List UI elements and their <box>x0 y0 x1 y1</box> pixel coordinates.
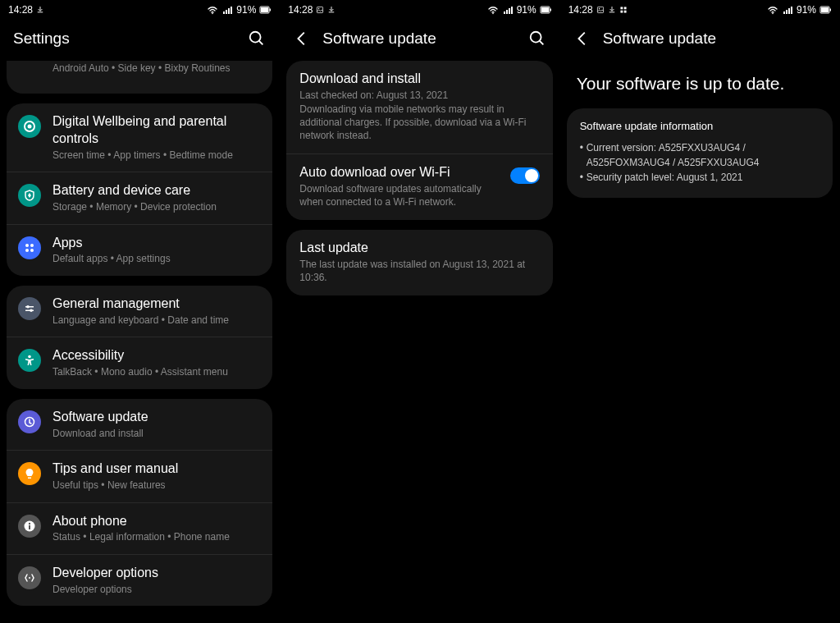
svg-rect-35 <box>623 11 626 13</box>
svg-rect-32 <box>620 7 623 9</box>
item-title: About phone <box>52 513 261 530</box>
image-indicator-icon <box>316 6 324 14</box>
download-install-item[interactable]: Download and install Last checked on: Au… <box>286 61 552 154</box>
list-item[interactable]: AccessibilityTalkBack • Mono audio • Ass… <box>7 337 272 388</box>
screen-update-status: 14:28 91% Software update Your software … <box>560 0 840 623</box>
battery-icon <box>259 4 271 16</box>
item-sub: Last checked on: August 13, 2021 <box>299 89 539 103</box>
update-icon <box>18 410 41 433</box>
update-info-card: Software update information Current vers… <box>567 108 833 198</box>
item-sub: Language and keyboard • Date and time <box>52 314 261 328</box>
list-item[interactable]: Digital Wellbeing and parental controlsS… <box>7 103 272 172</box>
status-bar: 14:28 91% <box>280 0 559 20</box>
item-sub: The last update was installed on August … <box>299 259 539 284</box>
auto-download-item[interactable]: Auto download over Wi-Fi Download softwa… <box>286 154 552 220</box>
svg-rect-33 <box>623 7 626 9</box>
search-icon[interactable] <box>528 30 546 48</box>
wifi-icon <box>487 4 499 16</box>
svg-line-25 <box>259 41 263 45</box>
item-title: Software update <box>52 409 261 426</box>
item-sub: Useful tips • New features <box>52 479 261 492</box>
svg-point-28 <box>530 32 541 43</box>
download-indicator-icon <box>608 6 616 14</box>
item-title: Download and install <box>299 71 539 88</box>
svg-point-31 <box>599 8 600 9</box>
dev-icon <box>18 566 41 589</box>
status-time: 14:28 <box>568 4 593 16</box>
settings-header: Settings <box>0 20 279 61</box>
list-item[interactable]: About phoneStatus • Legal information • … <box>7 503 272 555</box>
item-sub: Storage • Memory • Device protection <box>52 201 261 214</box>
back-icon[interactable] <box>293 30 311 48</box>
battery-pct: 91% <box>236 4 256 16</box>
apps-indicator-icon <box>619 6 628 14</box>
search-icon[interactable] <box>248 30 266 48</box>
signal-icon <box>221 4 233 16</box>
settings-group-3: Software updateDownload and installTips … <box>7 399 272 607</box>
status-time: 14:28 <box>288 4 313 16</box>
item-title: Accessibility <box>52 347 261 364</box>
signal-icon <box>782 4 793 16</box>
current-version-line: Current version: A525FXXU3AUG4 / A525FOX… <box>580 140 819 170</box>
list-item[interactable]: General managementLanguage and keyboard … <box>7 286 272 337</box>
item-sub: Status • Legal information • Phone name <box>52 531 261 544</box>
page-title: Software update <box>322 30 516 48</box>
svg-point-24 <box>250 32 261 43</box>
item-title: Last update <box>299 240 539 257</box>
item-sub: TalkBack • Mono audio • Assistant menu <box>52 366 261 379</box>
update-hero: Your software is up to date. <box>560 61 839 108</box>
update-header: Software update <box>560 20 839 61</box>
settings-group-1: Digital Wellbeing and parental controlsS… <box>7 103 272 276</box>
signal-icon <box>502 4 514 16</box>
wellbeing-icon <box>18 115 41 138</box>
item-title: General management <box>52 295 261 313</box>
item-sub: Download software updates automatically … <box>299 183 501 208</box>
tips-icon <box>18 462 41 485</box>
status-bar: 14:28 91% <box>560 0 839 20</box>
item-title: Digital Wellbeing and parental controls <box>52 113 261 148</box>
battery-pct: 91% <box>797 4 816 16</box>
auto-download-toggle[interactable] <box>510 167 540 184</box>
battery-icon <box>540 4 551 16</box>
apps-icon <box>18 236 41 259</box>
screen-software-update: 14:28 91% Software update Download and i… <box>280 0 559 623</box>
svg-rect-34 <box>620 11 623 13</box>
list-item[interactable]: Developer optionsDeveloper options <box>7 555 272 606</box>
download-indicator-icon <box>327 6 336 14</box>
info-card-title: Software update information <box>580 120 819 132</box>
item-title: Battery and device care <box>52 182 261 199</box>
status-time: 14:28 <box>8 4 33 16</box>
item-title: Auto download over Wi-Fi <box>299 164 501 181</box>
list-item[interactable]: Software updateDownload and install <box>7 399 272 451</box>
update-options-card: Download and install Last checked on: Au… <box>286 61 552 220</box>
update-header: Software update <box>280 20 559 61</box>
item-sub: Downloading via mobile networks may resu… <box>299 103 539 142</box>
download-indicator-icon <box>36 6 44 14</box>
screen-settings: 14:28 91% Settings Android Auto • Side k… <box>0 0 280 623</box>
accessibility-icon <box>18 349 41 372</box>
item-sub: Screen time • App timers • Bedtime mode <box>52 149 261 163</box>
svg-line-29 <box>539 41 543 45</box>
list-item[interactable]: Battery and device careStorage • Memory … <box>7 172 272 224</box>
settings-group-2: General managementLanguage and keyboard … <box>7 286 272 389</box>
svg-point-27 <box>318 8 319 9</box>
about-icon <box>18 515 41 538</box>
item-sub: Default apps • App settings <box>52 253 261 266</box>
list-item[interactable]: Android Auto • Side key • Bixby Routines <box>7 61 272 94</box>
security-patch-line: Security patch level: August 1, 2021 <box>580 170 819 185</box>
item-sub: Developer options <box>52 584 261 597</box>
last-update-card: Last update The last update was installe… <box>286 230 552 295</box>
settings-group-partial: Android Auto • Side key • Bixby Routines <box>7 61 272 94</box>
list-item[interactable]: Tips and user manualUseful tips • New fe… <box>7 451 272 502</box>
item-title: Tips and user manual <box>52 460 261 478</box>
page-title: Software update <box>603 30 826 48</box>
last-update-item[interactable]: Last update The last update was installe… <box>286 230 552 295</box>
status-bar: 14:28 91% <box>0 0 279 20</box>
list-item[interactable]: AppsDefault apps • App settings <box>7 225 272 276</box>
item-title: Apps <box>52 235 261 252</box>
page-title: Settings <box>13 30 236 48</box>
wifi-icon <box>767 4 778 16</box>
battery-pct: 91% <box>517 4 536 16</box>
item-sub: Android Auto • Side key • Bixby Routines <box>52 62 261 76</box>
back-icon[interactable] <box>573 30 591 48</box>
